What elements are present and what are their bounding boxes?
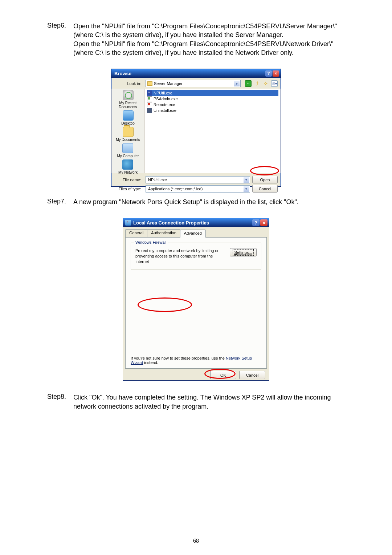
exe-icon: [147, 108, 152, 113]
step6-label: Step6.: [47, 22, 73, 64]
recent-icon: [123, 90, 134, 100]
exe-icon: [147, 90, 152, 96]
step8-body: Click "Ok". You have completed the setti…: [73, 393, 345, 411]
filetype-value: Applications (*.exe;*.com;*.icd): [148, 187, 203, 191]
new-folder-icon[interactable]: ✧: [262, 80, 269, 87]
places-mycomp[interactable]: My Computer: [117, 143, 139, 158]
file-item-remote[interactable]: Remote.exe: [147, 102, 278, 108]
views-icon[interactable]: ⊞▾: [271, 80, 278, 87]
exe-icon: [147, 102, 152, 107]
page-number: 68: [0, 538, 392, 544]
up-one-level-icon[interactable]: ⤴: [254, 80, 260, 87]
settings-button[interactable]: Settings...: [230, 248, 257, 256]
group-title: Windows Firewall: [134, 240, 168, 244]
filename-value: NPUtil.exe: [148, 178, 167, 182]
lac-properties-dialog: Local Area Connection Properties ? × Gen…: [123, 218, 269, 381]
file-label: Uninstall.exe: [154, 108, 176, 113]
note-text: If you're not sure how to set these prop…: [131, 356, 261, 365]
step7-body: A new program "Network Ports Quick Setup…: [73, 198, 345, 206]
step6-line2: Open the "NPUtil" file from "C:\Program …: [73, 40, 333, 56]
computer-icon: [122, 143, 133, 153]
chevron-down-icon: ▾: [244, 186, 249, 192]
tab-advanced[interactable]: Advanced: [180, 230, 206, 238]
file-label: NPUtil.exe: [154, 91, 172, 95]
file-item-psadmin[interactable]: PSAdmin.exe: [147, 96, 278, 102]
filetype-dropdown[interactable]: Applications (*.exe;*.com;*.icd)▾: [146, 185, 250, 193]
tab-strip: General Authentication Advanced: [123, 229, 269, 237]
step8-label: Step8.: [47, 393, 73, 417]
folder-icon: [147, 81, 152, 86]
file-item-nputil[interactable]: NPUtil.exe: [147, 90, 278, 96]
tab-general[interactable]: General: [125, 229, 147, 237]
places-desktop[interactable]: Desktop: [121, 110, 135, 125]
filename-label: File name:: [114, 178, 143, 182]
tab-authentication[interactable]: Authentication: [147, 229, 180, 237]
protect-text: Protect my computer and network by limit…: [135, 248, 225, 264]
filetype-label: Files of type:: [114, 187, 143, 191]
chevron-down-icon: ▾: [234, 81, 240, 86]
file-label: Remote.exe: [154, 102, 175, 107]
network-icon: [122, 159, 133, 170]
places-recent-label: My Recent Documents: [111, 101, 144, 109]
note-prefix: If you're not sure how to set these prop…: [131, 356, 226, 360]
places-recent[interactable]: My Recent Documents: [111, 90, 144, 109]
browse-dialog: Browse ? × Look in: Server Manager ▾ ← ⤴…: [111, 69, 281, 187]
mydocs-icon: [123, 127, 134, 137]
help-icon[interactable]: ?: [252, 219, 260, 226]
chevron-down-icon: ▾: [244, 177, 249, 183]
step6-line1: Open the "NPUtil" file from "C:\Program …: [73, 23, 337, 39]
file-item-uninstall[interactable]: Uninstall.exe: [147, 108, 278, 113]
places-mynet[interactable]: My Network: [118, 159, 138, 174]
lac-title: Local Area Connection Properties: [133, 220, 209, 226]
desktop-icon: [123, 110, 134, 121]
close-icon[interactable]: ×: [260, 219, 268, 226]
places-desktop-label: Desktop: [121, 121, 135, 125]
lac-titlebar: Local Area Connection Properties ? ×: [123, 218, 269, 227]
windows-firewall-group: Windows Firewall Protect my computer and…: [131, 243, 261, 270]
lookin-dropdown[interactable]: Server Manager ▾: [146, 80, 241, 87]
lookin-label: Look in:: [114, 81, 143, 86]
places-mynet-label: My Network: [118, 170, 138, 174]
cancel-button[interactable]: Cancel: [239, 371, 265, 379]
note-suffix: instead.: [143, 360, 158, 365]
annotation-oval-open: [250, 166, 279, 175]
browse-title: Browse: [114, 71, 131, 76]
step6-body: Open the "NPUtil" file from "C:\Program …: [73, 22, 345, 57]
places-mydocs-label: My Documents: [116, 138, 140, 142]
exe-icon: [147, 96, 152, 101]
open-button[interactable]: Open: [252, 176, 278, 183]
places-mycomp-label: My Computer: [117, 154, 139, 158]
places-mydocs[interactable]: My Documents: [116, 127, 140, 142]
step7-label: Step7.: [47, 198, 73, 213]
file-label: PSAdmin.exe: [154, 97, 178, 101]
filename-input[interactable]: NPUtil.exe▾: [146, 176, 250, 183]
close-icon[interactable]: ×: [273, 70, 279, 77]
help-icon[interactable]: ?: [265, 70, 272, 77]
nic-icon: [125, 220, 131, 226]
file-list[interactable]: NPUtil.exe PSAdmin.exe Remote.exe Uninst…: [145, 89, 281, 173]
places-bar: My Recent Documents Desktop My Documents…: [111, 89, 145, 173]
cancel-button[interactable]: Cancel: [252, 185, 278, 193]
back-icon[interactable]: ←: [245, 80, 252, 87]
lookin-value: Server Manager: [154, 81, 183, 86]
browse-titlebar: Browse ? ×: [111, 69, 281, 78]
